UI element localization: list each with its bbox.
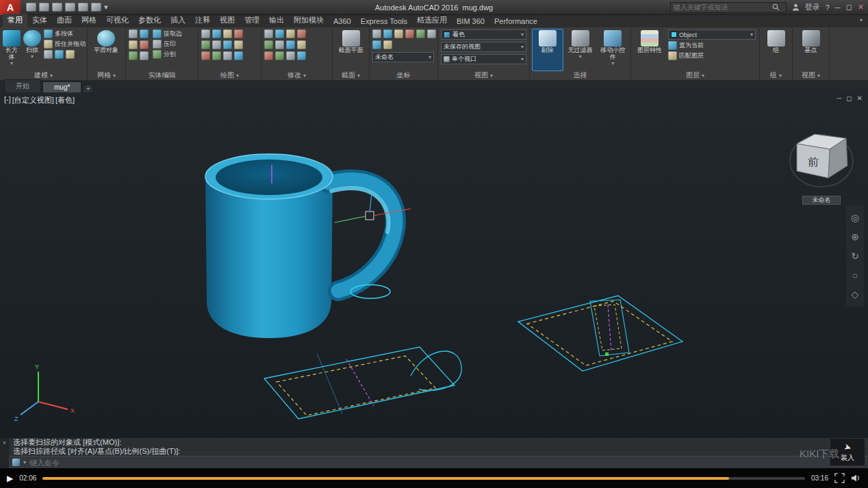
ribbon-tab[interactable]: BIM 360 bbox=[452, 16, 489, 27]
match-layer-button[interactable]: 匹配图层 bbox=[668, 51, 756, 60]
panel-label-view-right[interactable]: 视图 ▾ bbox=[793, 70, 829, 80]
load-button[interactable]: ➤ 装入 bbox=[830, 438, 865, 466]
base-point-button[interactable]: 基点 bbox=[795, 29, 826, 70]
command-options-icon[interactable] bbox=[12, 459, 20, 466]
tool-icon[interactable] bbox=[201, 29, 210, 38]
flattened-sketch-left[interactable] bbox=[264, 347, 461, 419]
grip-point[interactable] bbox=[605, 352, 609, 356]
play-button[interactable]: ▶ bbox=[7, 474, 13, 483]
panel-label-modify[interactable]: 修改 ▾ bbox=[261, 70, 332, 80]
open-icon[interactable] bbox=[39, 3, 49, 12]
tool-icon[interactable] bbox=[223, 29, 232, 38]
panel-label-view[interactable]: 视图 ▾ bbox=[438, 70, 529, 80]
ribbon-tab[interactable]: 实体 bbox=[27, 14, 52, 27]
progress-bar[interactable] bbox=[42, 477, 805, 480]
panel-label-solid-editing[interactable]: 实体编辑 bbox=[126, 70, 198, 80]
make-current-button[interactable]: 置为当前 bbox=[668, 41, 756, 50]
search-icon[interactable] bbox=[772, 3, 780, 11]
new-icon[interactable] bbox=[26, 3, 36, 12]
box-flyout-icon[interactable]: ▾ bbox=[10, 61, 13, 67]
selection-filter-dropdown[interactable]: 无过滤器 ▾ bbox=[565, 29, 596, 70]
ribbon-tab[interactable]: 曲面 bbox=[52, 14, 77, 27]
panel-label-modeling[interactable]: 建模 ▾ bbox=[0, 70, 87, 80]
tool-icon[interactable] bbox=[297, 40, 306, 49]
tool-icon[interactable] bbox=[140, 29, 149, 38]
ribbon-collapse-icon[interactable]: ▾ bbox=[860, 17, 863, 23]
tool-icon[interactable] bbox=[297, 29, 306, 38]
imprint-button[interactable]: 压印 bbox=[153, 40, 182, 49]
panel-label-selection[interactable]: 选择 bbox=[530, 70, 630, 80]
tool-icon[interactable] bbox=[264, 29, 273, 38]
named-view-dropdown[interactable]: 未保存的视图 ▾ bbox=[441, 42, 526, 52]
tool-icon[interactable] bbox=[416, 29, 425, 38]
ribbon-tab[interactable]: 插入 bbox=[166, 14, 190, 27]
smooth-object-button[interactable]: 平滑对象 bbox=[90, 29, 122, 70]
ribbon-tab[interactable]: 精选应用 bbox=[412, 14, 452, 27]
ribbon-tab[interactable]: 可视化 bbox=[101, 14, 133, 27]
tool-icon[interactable] bbox=[66, 50, 75, 59]
gizmo-dropdown[interactable]: 移动小控件 ▾ bbox=[598, 29, 628, 70]
ribbon-tab[interactable]: 附加模块 bbox=[289, 14, 329, 27]
layer-properties-button[interactable]: 图层特性 bbox=[634, 29, 665, 70]
save-icon[interactable] bbox=[52, 3, 62, 12]
ribbon-tab[interactable]: 管理 bbox=[240, 14, 264, 27]
signin-button[interactable]: 登录 bbox=[805, 2, 820, 12]
tool-icon[interactable] bbox=[286, 29, 295, 38]
panel-label-mesh[interactable]: 网格 ▾ bbox=[88, 70, 125, 80]
polysolid-button[interactable]: 多段体 bbox=[44, 29, 86, 38]
viewport-menu-control[interactable]: [-] bbox=[4, 95, 11, 105]
recent-commands-icon[interactable]: ▾ bbox=[23, 459, 26, 465]
ucs-icon[interactable]: Y X Z bbox=[14, 363, 75, 422]
viewcube[interactable]: 前 未命名 bbox=[787, 123, 856, 204]
tool-icon[interactable] bbox=[212, 29, 221, 38]
new-drawing-tab-button[interactable]: + bbox=[83, 84, 93, 92]
command-close-icon[interactable]: × bbox=[3, 439, 6, 446]
tool-icon[interactable] bbox=[275, 29, 284, 38]
ribbon-tab[interactable]: 输出 bbox=[264, 14, 289, 27]
tool-icon[interactable] bbox=[129, 40, 138, 49]
group-button[interactable]: 组 bbox=[763, 29, 789, 70]
tool-icon[interactable] bbox=[286, 51, 295, 60]
flattened-sketch-right[interactable] bbox=[518, 296, 682, 371]
tool-icon[interactable] bbox=[383, 40, 392, 49]
view-control[interactable]: [自定义视图] bbox=[12, 95, 54, 105]
tool-icon[interactable] bbox=[223, 51, 232, 60]
panel-label-draw[interactable]: 绘图 ▾ bbox=[199, 70, 261, 80]
viewcube-ucs-tag[interactable]: 未命名 bbox=[802, 196, 841, 205]
extract-edges-button[interactable]: 提取边 bbox=[153, 29, 182, 38]
tool-icon[interactable] bbox=[372, 29, 381, 38]
culling-button[interactable]: 剔除 bbox=[533, 29, 563, 70]
ribbon-tab[interactable]: 网格 bbox=[77, 14, 101, 27]
separate-button[interactable]: 分割 bbox=[153, 50, 182, 59]
volume-icon[interactable] bbox=[851, 474, 861, 483]
ribbon-tab[interactable]: 参数化 bbox=[133, 14, 166, 27]
ribbon-tab[interactable]: A360 bbox=[329, 16, 356, 27]
vp-minimize-button[interactable]: ─ bbox=[837, 94, 841, 102]
nav-icon[interactable]: ◇ bbox=[852, 289, 859, 300]
tool-icon[interactable] bbox=[275, 51, 284, 60]
command-input[interactable] bbox=[29, 459, 303, 467]
ucs-name-dropdown[interactable]: 未命名 ▾ bbox=[372, 52, 434, 62]
tool-icon[interactable] bbox=[372, 40, 381, 49]
undo-icon[interactable] bbox=[78, 3, 88, 12]
sweep-button[interactable]: 扫掠 ▾ bbox=[23, 29, 41, 70]
panel-label-section[interactable]: 截面 ▾ bbox=[333, 70, 369, 80]
viewport-config-dropdown[interactable]: 单个视口 ▾ bbox=[441, 54, 526, 64]
file-tab-start[interactable]: 开始 bbox=[4, 79, 41, 92]
tool-icon[interactable] bbox=[286, 40, 295, 49]
panel-label-groups[interactable]: 组 ▾ bbox=[760, 70, 792, 80]
tool-icon[interactable] bbox=[223, 40, 232, 49]
vp-close-button[interactable]: ✕ bbox=[857, 94, 863, 102]
app-menu-button[interactable]: A bbox=[0, 0, 21, 15]
tool-icon[interactable] bbox=[201, 51, 210, 60]
close-button[interactable]: ✕ bbox=[858, 3, 864, 12]
tool-icon[interactable] bbox=[405, 29, 414, 38]
nav-icon[interactable]: ↻ bbox=[851, 251, 859, 261]
tool-icon[interactable] bbox=[44, 50, 53, 59]
mug-3d-model[interactable] bbox=[205, 154, 396, 338]
ribbon-tab[interactable]: 视图 bbox=[215, 14, 240, 27]
ribbon-tab[interactable]: 注释 bbox=[190, 14, 215, 27]
ribbon-tab[interactable]: Express Tools bbox=[356, 16, 412, 27]
qat-dropdown-icon[interactable]: ▾ bbox=[104, 3, 108, 12]
tool-icon[interactable] bbox=[383, 29, 392, 38]
